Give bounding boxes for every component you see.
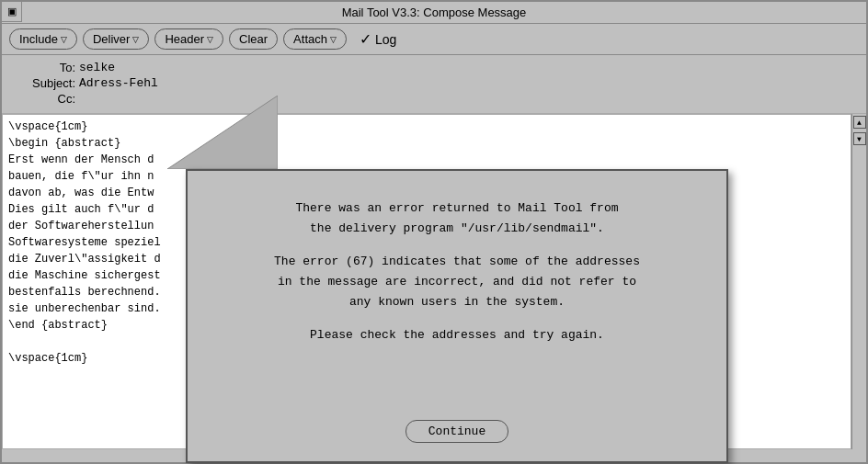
svg-marker-0 — [167, 96, 278, 169]
compose-fields: To: selke Subject: Adress-Fehl Cc: — [2, 55, 866, 114]
deliver-button[interactable]: Deliver ▽ — [83, 28, 149, 50]
log-label: Log — [375, 32, 396, 47]
cc-label: Cc: — [11, 92, 75, 106]
error-dialog: There was an error returned to Mail Tool… — [186, 169, 728, 463]
dialog-footer: Continue — [188, 420, 726, 443]
window-corner[interactable]: ▣ — [2, 2, 22, 22]
include-arrow-icon: ▽ — [61, 35, 67, 44]
dialog-line1: There was an error returned to Mail Tool… — [224, 198, 690, 239]
to-value: selke — [79, 61, 115, 74]
title-bar: ▣ Mail Tool V3.3: Compose Message — [2, 2, 866, 24]
dialog-content: There was an error returned to Mail Tool… — [188, 171, 726, 378]
toolbar: Include ▽ Deliver ▽ Header ▽ Clear Attac… — [2, 24, 866, 55]
header-button[interactable]: Header ▽ — [154, 28, 223, 50]
header-arrow-icon: ▽ — [207, 35, 213, 44]
scroll-up-button[interactable]: ▲ — [853, 116, 866, 129]
deliver-arrow-icon: ▽ — [132, 35, 139, 44]
scrollbar: ▲ ▼ — [851, 114, 866, 449]
window-title: Mail Tool V3.3: Compose Message — [342, 6, 527, 19]
log-area: ✓ Log — [360, 30, 396, 48]
continue-button[interactable]: Continue — [405, 420, 508, 443]
main-area: \vspace{1cm} \begin {abstract} Erst wenn… — [2, 114, 866, 449]
to-row: To: selke — [11, 61, 857, 74]
attach-arrow-icon: ▽ — [330, 35, 337, 44]
subject-value: Adress-Fehl — [79, 76, 158, 90]
subject-row: Subject: Adress-Fehl — [11, 76, 857, 90]
dialog-line3: Please check the addresses and try again… — [224, 325, 690, 345]
to-label: To: — [11, 61, 75, 74]
scroll-down-button[interactable]: ▼ — [853, 132, 866, 145]
log-checkmark-icon: ✓ — [360, 30, 371, 48]
include-button[interactable]: Include ▽ — [9, 28, 77, 50]
main-window: ▣ Mail Tool V3.3: Compose Message Includ… — [0, 0, 868, 464]
subject-label: Subject: — [11, 76, 75, 90]
dialog-line2: The error (67) indicates that some of th… — [224, 252, 690, 312]
cc-row: Cc: — [11, 92, 857, 106]
clear-button[interactable]: Clear — [229, 28, 278, 50]
fold-decoration — [167, 96, 278, 169]
attach-button[interactable]: Attach ▽ — [283, 28, 347, 50]
